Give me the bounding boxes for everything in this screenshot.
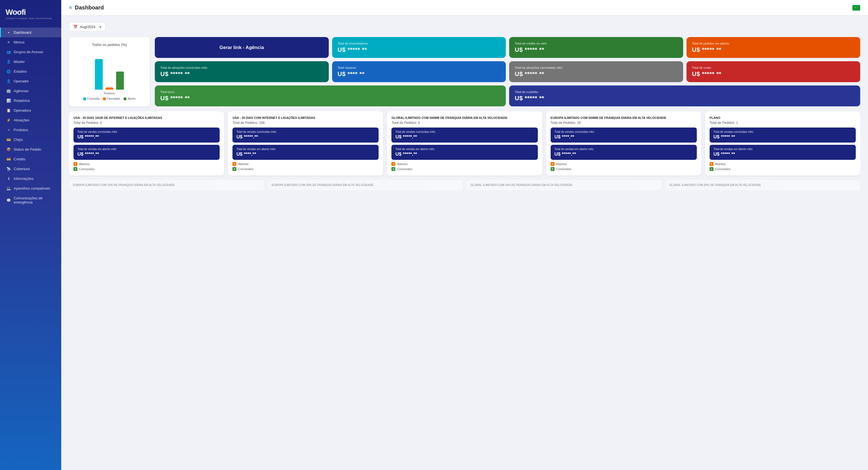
sidebar-item-grupos[interactable]: 👥 Grupos de Acesso [0, 47, 61, 57]
ps-value: U$ *****.** [78, 134, 216, 140]
sidebar-item-cobertura[interactable]: 📡 Cobertura [0, 164, 61, 174]
status-row-concluidos: 0 Concluídos [232, 167, 379, 171]
card-value: U$ ***** ** [692, 70, 855, 78]
card-label: Total de pedidos em aberto: [692, 42, 855, 45]
product-card-2: USA - 30 DIAS COM INTERNET E LIGAÇÕES IL… [228, 112, 383, 176]
total-pedidos: Total de Pedidos: 1 [710, 121, 856, 125]
vendas-aberto-card: Total de vendas em aberto mês: U$ *****.… [551, 145, 697, 160]
header: ≡ Dashboard 🇧🇷 [61, 0, 868, 15]
legend-concluido: Concluído [83, 97, 100, 100]
ps-label: Total de vendas concluídas mês: [236, 130, 375, 133]
card-label: Total repasse: [338, 66, 500, 69]
card-value: U$ ***** ** [515, 95, 855, 102]
card-label: Total de custo: [692, 66, 855, 69]
grupos-icon: 👥 [6, 50, 11, 54]
sidebar-item-ativacoes[interactable]: ⚡ Ativações [0, 115, 61, 125]
card-value: U$ **** ** [338, 70, 500, 78]
ps-value: U$ *****.** [236, 134, 375, 140]
product-title: GLOBAL ILIMITADO COM 500MB DE FRANQUIA D… [392, 116, 537, 120]
chart-x-label: Relatório [74, 92, 144, 95]
ps-value: U$ ***** ** [713, 134, 852, 140]
bar-group [95, 59, 103, 90]
card-value: U$ ***** ** [160, 70, 323, 78]
cobertura-icon: 📡 [6, 167, 11, 171]
product-title: EUROPA ILIMITADO COM 500MB DE FRANQUIA D… [551, 116, 697, 120]
page-title: Dashboard [75, 4, 104, 11]
concluidos-label: Concluídos [556, 167, 571, 171]
sidebar-item-label: Grupos de Acesso [13, 50, 43, 54]
card-value: U$ ***** ** [515, 46, 678, 54]
ps-value: U$ ***** ** [713, 152, 852, 157]
sidebar-item-operador[interactable]: 👤 Operador [0, 76, 61, 86]
total-pedidos: Total de Pedidos: 26 [551, 121, 697, 125]
sidebar-item-estados[interactable]: 🌐 Estados [0, 67, 61, 76]
calendar-icon: 📅 [73, 25, 78, 29]
card-value: U$ ***** ** [160, 95, 500, 102]
master-icon: 👤 [6, 60, 11, 64]
ps-label: Total de vendas em aberto mês: [555, 148, 693, 151]
sidebar-item-status[interactable]: 📦 Status de Pedido [0, 145, 61, 154]
sidebar-item-menus[interactable]: ≡ Menus [0, 37, 61, 47]
sidebar-item-operadora[interactable]: 📋 Operadora [0, 105, 61, 115]
faded-card-4: GLOBAL ILIMITADO COM 20% DE FRANQUIA EM … [665, 180, 860, 190]
vendas-aberto-card: Total de vendas em aberto mês: U$ *****.… [73, 145, 220, 160]
abertos-label: Abertos [79, 162, 90, 166]
sidebar-item-relatorios[interactable]: 📊 Relatórios [0, 96, 61, 105]
abertos-dot: 0 [710, 162, 713, 166]
concluidos-label: Concluídos [79, 167, 94, 171]
abertos-dot: 0 [392, 162, 395, 166]
abertos-dot: 0 [551, 162, 555, 166]
ps-label: Total de vendas em aberto mês: [395, 148, 534, 151]
card-label: Total de ativações concluídas mês: [160, 66, 323, 69]
sidebar: Woofi CONECTIVIDADE SEM FRONTEIRAS ▪ Das… [0, 0, 61, 470]
sidebar-item-label: Aparelhos compatíveis [13, 186, 51, 190]
vendas-concluidas-card: Total de vendas concluídas mês: U$ *****… [392, 128, 537, 143]
sidebar-item-label: Ativações [13, 118, 29, 122]
sidebar-item-chips[interactable]: 💳 Chips [0, 135, 61, 145]
ps-value: U$ *****.** [78, 152, 216, 157]
date-label: Aug/2024 [80, 25, 95, 29]
stat-card-revendedores: Total de revendedores: U$ ***** ** [332, 37, 506, 58]
vendas-aberto-card: Total de vendas em aberto mês: U$ *****.… [392, 145, 537, 160]
sidebar-item-master[interactable]: 👤 Master [0, 57, 61, 67]
sidebar-item-label: Master [13, 60, 25, 64]
sidebar-item-label: Operadora [13, 108, 31, 113]
informacoes-icon: ℹ [6, 177, 11, 181]
faded-card-3: GLOBAL ILIMITADO COM 10% DE FRANQUIA DIÁ… [467, 180, 661, 190]
status-row-abertos: 0 Abertos [73, 162, 220, 166]
sidebar-item-comunicacoes[interactable]: 💬 Comunicações de emergência [0, 193, 61, 207]
chart-title: Todos os pedidos (%) [74, 42, 144, 47]
generate-link-card[interactable]: Gerar link - Agência [155, 37, 329, 58]
sidebar-item-label: Chips [13, 137, 23, 142]
sidebar-item-informacoes[interactable]: ℹ Informações [0, 174, 61, 184]
status-row-concluidos: 1 Concluídos [710, 167, 856, 171]
card-value: U$ ***** ** [692, 46, 855, 54]
credito-icon: 💳 [6, 157, 11, 161]
stat-card-repasse: Total repasse: U$ **** ** [332, 61, 506, 82]
sidebar-item-credito[interactable]: 💳 Crédito [0, 154, 61, 164]
stat-card-canceladas: Total de ativações canceladas mês: U$ **… [509, 61, 683, 82]
sidebar-item-agencias[interactable]: 🏢 Agências [0, 86, 61, 96]
sidebar-item-label: Crédito [13, 157, 25, 161]
date-filter[interactable]: 📅 Aug/2024 ▾ [69, 22, 105, 31]
sidebar-item-dashboard[interactable]: ▪ Dashboard [0, 28, 61, 37]
product-title: USA - 30 DIAS COM INTERNET E LIGAÇÕES IL… [232, 116, 379, 120]
ps-value: U$ *****.** [555, 152, 693, 157]
card-label: Total lucro: [160, 90, 500, 94]
status-row-concluidos: 0 Concluídos [392, 167, 537, 171]
abertos-label: Abertos [556, 162, 567, 166]
sidebar-item-aparelhos[interactable]: 💻 Aparelhos compatíveis [0, 184, 61, 193]
sidebar-item-label: Dashboard [13, 30, 31, 34]
ps-value: U$ *****.** [395, 134, 534, 140]
ps-label: Total de vendas concluídas mês: [713, 130, 852, 133]
sidebar-item-label: Status de Pedido [13, 147, 41, 152]
sidebar-item-label: Agências [13, 89, 28, 93]
sidebar-item-produtos[interactable]: + Produtos [0, 125, 61, 135]
vendas-concluidas-card: Total de vendas concluídas mês: U$ *****… [710, 128, 856, 143]
logo: Woofi CONECTIVIDADE SEM FRONTEIRAS [0, 0, 61, 25]
concluidos-label: Concluídos [715, 167, 731, 171]
chart-legend: Concluído Cancelado Aberto [74, 97, 144, 100]
faded-card-1: EUROPA ILIMITADO COM 10% DE FRANQUIA DIÁ… [69, 180, 264, 190]
concluidos-dot: 0 [551, 167, 555, 171]
ps-label: Total de vendas concluídas mês: [555, 130, 693, 133]
